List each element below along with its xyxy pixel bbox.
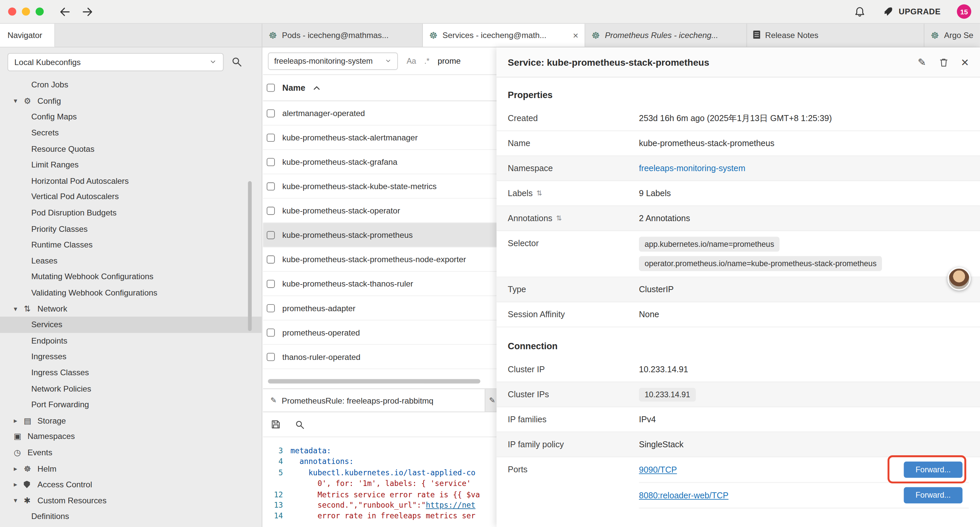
line-number: 13 <box>263 500 290 511</box>
row-checkbox[interactable] <box>267 182 275 190</box>
sidebar-item-priority-classes[interactable]: Priority Classes <box>0 221 262 237</box>
dock-tab-prometheusrule[interactable]: ✎ PrometheusRule: freeleaps-prod-rabbitm… <box>263 389 485 412</box>
row-checkbox[interactable] <box>267 231 275 239</box>
search-query-input[interactable]: prome <box>438 56 461 66</box>
sidebar-group-network[interactable]: ▾ ⇅ Network <box>0 301 262 317</box>
navigator-panel-tab[interactable]: Navigator <box>0 24 55 47</box>
service-row[interactable]: prometheus-adapter <box>263 296 497 320</box>
service-row[interactable]: kube-prometheus-stack-thanos-ruler <box>263 272 497 296</box>
row-checkbox[interactable] <box>267 207 275 215</box>
kubernetes-icon: ☸ <box>592 30 600 40</box>
tab-pods[interactable]: ☸ Pods - icecheng@mathmas... <box>262 24 423 47</box>
sidebar-item-limit-ranges[interactable]: Limit Ranges <box>0 157 262 173</box>
sidebar-scrollbar[interactable] <box>248 181 251 331</box>
save-icon[interactable] <box>270 419 281 430</box>
search-box[interactable]: Aa .* prome <box>407 56 461 66</box>
port-link[interactable]: 9090/TCP <box>639 465 677 474</box>
service-row[interactable]: thanos-ruler-operated <box>263 345 497 369</box>
tree-item-label: Priority Classes <box>31 224 88 234</box>
row-checkbox[interactable] <box>267 353 275 361</box>
notification-count-badge[interactable]: 15 <box>957 4 971 19</box>
sidebar-group-storage[interactable]: ▸ ▤ Storage <box>0 412 262 428</box>
match-case-toggle[interactable]: Aa <box>407 56 416 65</box>
expand-icon[interactable]: ⇅ <box>536 189 542 197</box>
edit-icon[interactable]: ✎ <box>918 57 926 67</box>
sort-ascending-icon[interactable] <box>313 85 320 91</box>
regex-toggle[interactable]: .* <box>424 56 430 65</box>
search-icon[interactable] <box>231 56 242 68</box>
row-checkbox[interactable] <box>267 304 275 312</box>
expand-icon[interactable]: ⇅ <box>556 214 562 222</box>
search-icon[interactable] <box>295 419 305 429</box>
forward-button[interactable]: Forward... <box>904 462 963 478</box>
sidebar-item-cron-jobs[interactable]: Cron Jobs <box>0 77 262 93</box>
sidebar-item-validating-webhook-configurations[interactable]: Validating Webhook Configurations <box>0 285 262 301</box>
namespace-selector[interactable]: freeleaps-monitoring-system <box>268 52 398 69</box>
name-column-header[interactable]: Name <box>282 83 305 92</box>
tab-argo[interactable]: ☸ Argo Se <box>924 24 980 47</box>
service-row[interactable]: kube-prometheus-stack-alertmanager <box>263 126 497 150</box>
user-avatar[interactable] <box>948 267 970 290</box>
tree-item-label: Pod Disruption Budgets <box>31 208 117 218</box>
sidebar-item-mutating-webhook-configurations[interactable]: Mutating Webhook Configurations <box>0 269 262 285</box>
sidebar-item-runtime-classes[interactable]: Runtime Classes <box>0 237 262 253</box>
sidebar-group-custom-resources[interactable]: ▾ ✱ Custom Resources <box>0 492 262 508</box>
service-row[interactable]: kube-prometheus-stack-grafana <box>263 150 497 174</box>
service-row[interactable]: kube-prometheus-stack-prometheus <box>263 223 497 247</box>
tab-release-notes[interactable]: Release Notes <box>747 24 924 47</box>
service-row[interactable]: kube-prometheus-stack-kube-state-metrics <box>263 174 497 199</box>
port-link[interactable]: 8080:reloader-web/TCP <box>639 490 729 500</box>
row-checkbox[interactable] <box>267 328 275 336</box>
horizontal-scrollbar[interactable] <box>268 379 480 384</box>
back-arrow-icon[interactable] <box>59 5 71 18</box>
sidebar-item-endpoints[interactable]: Endpoints <box>0 333 262 349</box>
sidebar-group-access-control[interactable]: ▸ Access Control <box>0 476 262 492</box>
clock-icon: ◷ <box>14 448 27 456</box>
row-checkbox[interactable] <box>267 280 275 288</box>
notifications-bell-icon[interactable] <box>854 6 866 18</box>
select-all-checkbox[interactable] <box>267 84 275 92</box>
service-row[interactable]: prometheus-operated <box>263 320 497 345</box>
minimize-window-button[interactable] <box>22 7 30 15</box>
sidebar-item-port-forwarding[interactable]: Port Forwarding <box>0 396 262 412</box>
yaml-editor[interactable]: 3 metadata: 4 annotations: 5 kubectl.kub… <box>263 437 497 527</box>
forward-arrow-icon[interactable] <box>81 5 94 18</box>
sidebar-item-ingress-classes[interactable]: Ingress Classes <box>0 365 262 381</box>
network-icon: ⇅ <box>24 304 37 312</box>
sidebar-group-helm[interactable]: ▸ ☸ Helm <box>0 461 262 477</box>
tab-prometheus-rules[interactable]: ☸ Prometheus Rules - icecheng... <box>585 24 747 47</box>
delete-icon[interactable] <box>939 56 949 68</box>
tree-item-label: Definitions <box>31 512 69 521</box>
close-window-button[interactable] <box>8 7 16 15</box>
sidebar-item-namespaces[interactable]: ▣ Namespaces <box>0 428 262 444</box>
sidebar-item-events[interactable]: ◷ Events <box>0 444 262 461</box>
tab-services[interactable]: ☸ Services - icecheng@math... × <box>423 24 585 47</box>
sidebar-item-services[interactable]: Services <box>0 317 262 333</box>
zoom-window-button[interactable] <box>36 7 44 15</box>
sidebar-item-vertical-pod-autoscalers[interactable]: Vertical Pod Autoscalers <box>0 189 262 205</box>
sidebar-item-horizontal-pod-autoscalers[interactable]: Horizontal Pod Autoscalers <box>0 173 262 189</box>
row-checkbox[interactable] <box>267 134 275 142</box>
row-checkbox[interactable] <box>267 255 275 263</box>
sidebar-item-definitions[interactable]: Definitions <box>0 508 262 524</box>
row-checkbox[interactable] <box>267 158 275 166</box>
sidebar-item-secrets[interactable]: Secrets <box>0 125 262 141</box>
dock-tab-partial[interactable]: ✎ <box>485 389 497 412</box>
kubeconfig-selector[interactable]: Local Kubeconfigs <box>7 53 223 71</box>
upgrade-button[interactable]: UPGRADE <box>882 6 941 17</box>
service-row[interactable]: kube-prometheus-stack-operator <box>263 199 497 223</box>
namespace-link[interactable]: freeleaps-monitoring-system <box>639 164 746 173</box>
close-icon[interactable]: × <box>961 56 969 69</box>
sidebar-item-leases[interactable]: Leases <box>0 253 262 269</box>
service-row[interactable]: kube-prometheus-stack-prometheus-node-ex… <box>263 247 497 272</box>
service-row[interactable]: alertmanager-operated <box>263 101 497 126</box>
forward-button[interactable]: Forward... <box>904 487 963 504</box>
close-tab-icon[interactable]: × <box>573 31 578 40</box>
sidebar-item-config-maps[interactable]: Config Maps <box>0 109 262 125</box>
row-checkbox[interactable] <box>267 109 275 117</box>
sidebar-item-pod-disruption-budgets[interactable]: Pod Disruption Budgets <box>0 205 262 221</box>
sidebar-item-network-policies[interactable]: Network Policies <box>0 381 262 396</box>
sidebar-item-resource-quotas[interactable]: Resource Quotas <box>0 141 262 157</box>
sidebar-group-config[interactable]: ▾ ⚙ Config <box>0 93 262 109</box>
sidebar-item-ingresses[interactable]: Ingresses <box>0 349 262 365</box>
